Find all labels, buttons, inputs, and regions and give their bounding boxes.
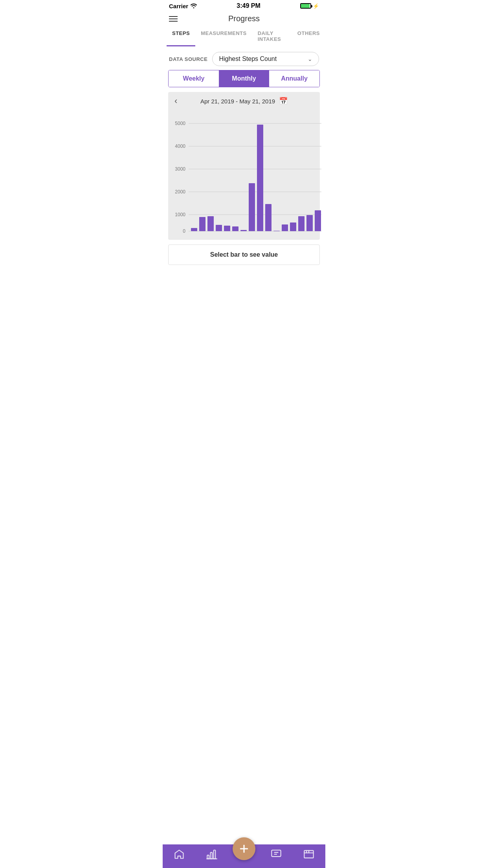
select-bar-text: Select bar to see value <box>210 251 278 258</box>
data-source-row: DATA SOURCE Highest Steps Count ⌄ <box>163 48 325 70</box>
battery-icon <box>300 3 311 9</box>
tab-daily-intakes[interactable]: DAILY INTAKES <box>252 27 292 46</box>
bar-13[interactable] <box>290 223 296 231</box>
status-time: 3:49 PM <box>237 2 260 9</box>
period-selector: Weekly Monthly Annually <box>168 70 320 87</box>
page-title: Progress <box>228 14 260 23</box>
bar-8[interactable] <box>249 183 255 231</box>
data-source-label: DATA SOURCE <box>169 56 207 62</box>
chart-header: ‹ Apr 21, 2019 - May 21, 2019 📅 <box>168 97 320 110</box>
bar-7[interactable] <box>240 230 247 231</box>
bar-16[interactable] <box>315 210 321 231</box>
bar-9[interactable] <box>257 125 263 231</box>
bar-1[interactable] <box>191 228 197 231</box>
chart-date-range: Apr 21, 2019 - May 21, 2019 <box>200 98 275 105</box>
svg-text:0: 0 <box>183 228 185 234</box>
bar-14[interactable] <box>298 216 305 231</box>
data-source-selected: Highest Steps Count <box>219 55 277 63</box>
bar-3[interactable] <box>207 216 214 231</box>
status-bar: Carrier 3:49 PM ⚡ <box>163 0 325 11</box>
svg-text:2000: 2000 <box>175 189 185 195</box>
bar-chart: 5000 4000 3000 2000 1000 0 <box>168 110 325 236</box>
svg-text:4000: 4000 <box>175 143 185 149</box>
hamburger-menu[interactable] <box>169 16 178 22</box>
svg-text:1000: 1000 <box>175 212 185 217</box>
status-left: Carrier <box>169 3 197 9</box>
tab-others[interactable]: OTHERS <box>292 27 325 46</box>
period-monthly[interactable]: Monthly <box>219 70 269 87</box>
period-annually[interactable]: Annually <box>269 70 319 87</box>
bar-11[interactable] <box>273 231 280 231</box>
chevron-down-icon: ⌄ <box>308 56 312 62</box>
tab-steps[interactable]: STEPS <box>167 27 195 46</box>
bar-6[interactable] <box>232 226 238 231</box>
bar-4[interactable] <box>216 225 222 231</box>
bar-15[interactable] <box>306 215 313 231</box>
bar-12[interactable] <box>282 224 288 231</box>
period-weekly[interactable]: Weekly <box>169 70 219 87</box>
calendar-icon[interactable]: 📅 <box>279 97 288 105</box>
battery-fill <box>301 4 310 8</box>
charging-bolt: ⚡ <box>313 3 319 9</box>
chart-container: ‹ Apr 21, 2019 - May 21, 2019 📅 5000 400… <box>168 92 320 240</box>
chart-svg-wrapper: 5000 4000 3000 2000 1000 0 <box>168 110 320 240</box>
select-bar-box: Select bar to see value <box>168 245 320 265</box>
chart-prev-button[interactable]: ‹ <box>174 96 177 106</box>
carrier-label: Carrier <box>169 3 188 9</box>
nav-tabs: STEPS MEASUREMENTS DAILY INTAKES OTHERS <box>163 27 325 46</box>
svg-text:3000: 3000 <box>175 166 185 172</box>
tab-measurements[interactable]: MEASUREMENTS <box>195 27 252 46</box>
bar-2[interactable] <box>199 217 205 231</box>
page-header: Progress <box>163 11 325 26</box>
wifi-icon <box>191 4 197 8</box>
bar-10[interactable] <box>265 204 272 231</box>
status-right: ⚡ <box>300 3 319 9</box>
data-source-dropdown[interactable]: Highest Steps Count ⌄ <box>212 52 319 66</box>
bar-5[interactable] <box>224 226 230 231</box>
svg-text:5000: 5000 <box>175 121 185 126</box>
